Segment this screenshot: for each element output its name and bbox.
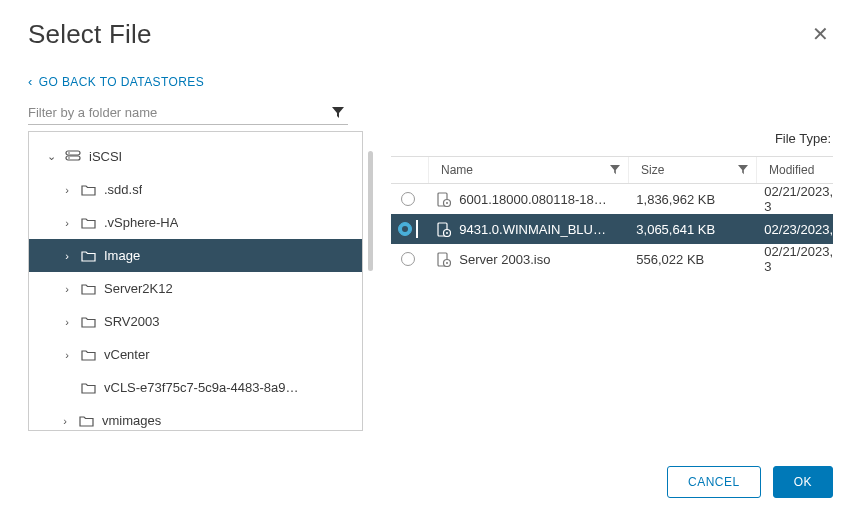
file-size: 556,022 KB [624, 252, 752, 267]
tree-item[interactable]: › SRV2003 [29, 305, 362, 338]
tree-label: .vSphere-HA [104, 215, 178, 230]
tree-item-vmimages[interactable]: › vmimages [29, 404, 362, 431]
folder-icon [81, 283, 96, 295]
chevron-right-icon[interactable]: › [59, 184, 75, 196]
row-radio[interactable] [401, 192, 415, 206]
folder-icon [81, 349, 96, 361]
filter-icon[interactable] [738, 165, 748, 175]
file-name: 6001.18000.080118-18… [459, 192, 606, 207]
table-row[interactable]: Server 2003.iso 556,022 KB 02/21/2023, 3 [391, 244, 833, 274]
file-modified: 02/23/2023, [752, 222, 833, 237]
file-modified: 02/21/2023, 3 [752, 184, 833, 214]
chevron-right-icon[interactable]: › [59, 283, 75, 295]
table-row[interactable]: 6001.18000.080118-18… 1,836,962 KB 02/21… [391, 184, 833, 214]
file-name: Server 2003.iso [459, 252, 550, 267]
tree-label: .sdd.sf [104, 182, 142, 197]
datastore-icon [65, 150, 81, 164]
tree-item[interactable]: › .vSphere-HA [29, 206, 362, 239]
ok-button[interactable]: OK [773, 466, 833, 498]
go-back-label: GO BACK TO DATASTORES [39, 75, 204, 89]
tree-label: iSCSI [89, 149, 122, 164]
tree-item[interactable]: › vCLS-e73f75c7-5c9a-4483-8a9… [29, 371, 362, 404]
iso-file-icon [436, 222, 451, 237]
file-table: Name Size Modified 6001.18000 [391, 156, 833, 274]
folder-tree[interactable]: ⌄ iSCSI › .sdd.sf › .vSphere-HA [28, 131, 363, 431]
column-header-size[interactable]: Size [629, 157, 757, 183]
tree-label: vCLS-e73f75c7-5c9a-4483-8a9… [104, 380, 298, 395]
tree-label: Server2K12 [104, 281, 173, 296]
tree-item-iscsi[interactable]: ⌄ iSCSI [29, 140, 362, 173]
svg-point-3 [68, 157, 70, 159]
tree-item[interactable]: › .sdd.sf [29, 173, 362, 206]
folder-icon [81, 316, 96, 328]
file-size: 1,836,962 KB [624, 192, 752, 207]
tree-item-image[interactable]: › Image [29, 239, 362, 272]
chevron-down-icon[interactable]: ⌄ [43, 150, 59, 163]
column-header-name[interactable]: Name [429, 157, 629, 183]
folder-icon [81, 250, 96, 262]
tree-item[interactable]: › vCenter [29, 338, 362, 371]
file-modified: 02/21/2023, 3 [752, 244, 833, 274]
tree-label: vCenter [104, 347, 150, 362]
dialog-title: Select File [28, 19, 152, 50]
row-radio[interactable] [398, 222, 412, 236]
filter-icon[interactable] [328, 107, 348, 119]
svg-point-12 [446, 262, 448, 264]
svg-rect-1 [66, 156, 80, 160]
svg-point-2 [68, 152, 70, 154]
row-radio[interactable] [401, 252, 415, 266]
tree-label: vmimages [102, 413, 161, 428]
folder-icon [81, 382, 96, 394]
close-icon[interactable]: ✕ [808, 18, 833, 50]
svg-rect-0 [66, 151, 80, 155]
chevron-right-icon[interactable]: › [59, 349, 75, 361]
cancel-button[interactable]: CANCEL [667, 466, 761, 498]
chevron-right-icon[interactable]: › [57, 415, 73, 427]
tree-label: Image [104, 248, 140, 263]
iso-file-icon [436, 252, 451, 267]
file-size: 3,065,641 KB [624, 222, 752, 237]
go-back-link[interactable]: ‹ GO BACK TO DATASTORES [28, 74, 833, 89]
scrollbar[interactable] [368, 151, 373, 271]
chevron-left-icon: ‹ [28, 74, 33, 89]
file-type-label: File Type: [391, 131, 833, 156]
file-name: 9431.0.WINMAIN_BLU… [459, 222, 606, 237]
chevron-right-icon[interactable]: › [59, 217, 75, 229]
folder-icon [81, 184, 96, 196]
svg-point-9 [446, 232, 448, 234]
folder-filter-input[interactable] [28, 105, 328, 120]
column-header-modified[interactable]: Modified [757, 157, 833, 183]
tree-item[interactable]: › Server2K12 [29, 272, 362, 305]
chevron-right-icon[interactable]: › [59, 316, 75, 328]
folder-icon [81, 217, 96, 229]
chevron-right-icon[interactable]: › [59, 250, 75, 262]
tree-label: SRV2003 [104, 314, 159, 329]
filter-icon[interactable] [610, 165, 620, 175]
table-row[interactable]: 9431.0.WINMAIN_BLU… 3,065,641 KB 02/23/2… [391, 214, 833, 244]
folder-icon [79, 415, 94, 427]
iso-file-icon [436, 192, 451, 207]
svg-point-6 [446, 202, 448, 204]
